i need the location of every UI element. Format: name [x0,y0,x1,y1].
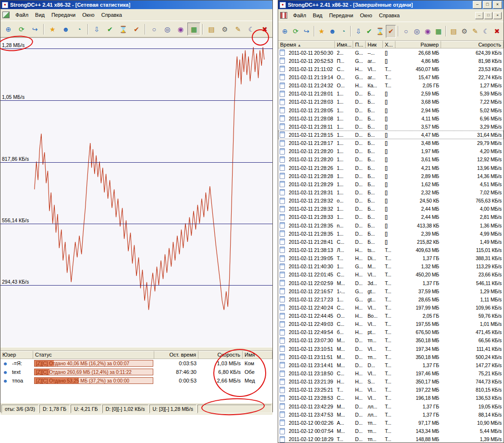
finished-downloads-button[interactable]: ✔ [364,25,375,38]
menu-item[interactable]: Файл [12,11,32,19]
transfer-row[interactable]: ☻text[Z][C] Отдано 260,69 МБ (12,4%) за … [0,368,272,376]
column-header-name[interactable]: Имя [243,351,272,359]
upload-row[interactable]: 2011-02-11 21:28:281...D...Б...[]2,89 МБ… [278,172,504,180]
column-header-size[interactable]: Размер [395,41,441,48]
close-button[interactable]: × [493,1,502,9]
upload-row[interactable]: 2011-02-11 21:28:171...D...Б...[]3,48 МБ… [278,139,504,147]
upload-row[interactable]: 2011-02-11 23:14:41М...D...D...Т...1,37 … [278,361,504,369]
favorite-users-button[interactable]: ☻ [327,25,338,38]
upload-row[interactable]: 2011-02-11 22:49:03С...Н...VI...Т...197,… [278,320,504,328]
upload-row[interactable]: 2011-02-11 23:42:29М...D...лл...Т...1,37… [278,402,504,410]
upload-row[interactable]: 2011-02-11 21:28:311...D...Б...[]2,32 МБ… [278,188,504,196]
upload-row[interactable]: 2011-02-11 23:10:51М...D...VI...Т...197,… [278,345,504,353]
upload-row[interactable]: 2011-02-11 21:28:35n...D...Б...[]413,38 … [278,221,504,229]
follow-redirect-button[interactable]: ↪ [28,23,41,36]
upload-row[interactable]: 2011-02-11 21:28:291...D...Б...[]1,62 МБ… [278,180,504,188]
upload-row[interactable]: 2011-02-11 22:02:59М...D...3d...Т...1,37… [278,279,504,287]
column-header-hub[interactable]: Х... [383,41,395,48]
upload-row[interactable]: 2011-02-11 21:24:32О...Н...Ка...Т...2,05… [278,82,504,90]
upload-row[interactable]: 2011-02-11 21:28:201...D...Б...[]1,97 МБ… [278,147,504,156]
upload-row[interactable]: 2011-02-11 21:39:05Т...Н...Di...Т...1,37… [278,254,504,263]
reconnect-button[interactable]: ⟳ [291,25,301,38]
finished-downloads-button[interactable]: ✔ [103,23,116,36]
settings-button[interactable]: ⚙ [459,25,470,38]
open-filelist-button[interactable]: ▤ [205,23,218,36]
column-header-speed[interactable]: Скорость [198,351,243,359]
network-statistics-button[interactable]: ▦ [187,23,200,36]
column-header-speed[interactable]: Скорость [441,41,504,48]
menu-item[interactable]: Окно [79,11,98,19]
upload-row[interactable]: 2011-02-11 21:19:14О...G...ar...Т...15,4… [278,73,504,81]
notepad-button[interactable]: ✎ [470,25,480,38]
upload-row[interactable]: 2011-02-11 21:28:351...D...Б...[]2,39 МБ… [278,229,504,238]
mdi-minimize-button[interactable]: – [475,12,483,19]
recent-hubs-button[interactable]: ◔ [73,23,86,36]
titlebar[interactable]: ● StrongDC++ 2.41 x86-32 - [Завершённые … [278,0,504,9]
menu-item[interactable]: Передачи [48,11,79,19]
upload-row[interactable]: 2011-02-11 22:01:45С...Н...VI...Т...450,… [278,271,504,279]
download-queue-button[interactable]: ⇩ [353,25,364,38]
upload-row[interactable]: 2011-02-11 20:50:302...G...--...[]26,68 … [278,48,504,57]
search-spy-button[interactable]: ◉ [174,23,187,36]
waiting-users-button[interactable]: ⌛ [117,23,130,36]
network-statistics-button[interactable]: ▦ [433,25,444,38]
column-header-name[interactable]: Имя... [335,41,353,48]
transfer-row[interactable]: ☻тпоа[Z][C] Отдано 53,25 МБ (37,2%) за 0… [0,376,272,385]
upload-row[interactable]: 2011-02-12 00:07:54М...D...тп...Т...143,… [278,427,504,435]
upload-row[interactable]: 2011-02-12 00:18:29Т...D...тп...Т...148,… [278,435,504,443]
favorite-hubs-button[interactable]: ★ [317,25,327,38]
upload-row[interactable]: 2011-02-11 22:44:45О...Н...Во...Т...2,05… [278,312,504,320]
shutdown-button[interactable]: ✖ [258,23,271,36]
maximize-button[interactable]: □ [483,1,492,9]
upload-row[interactable]: 2011-02-11 21:28:331...D...Б...[]2,44 МБ… [278,213,504,221]
upload-row[interactable]: 2011-02-11 21:28:32о...D...Б...[]24,50 К… [278,197,504,205]
upload-row[interactable]: 2011-02-11 21:28:111...D...Б...[]3,57 МБ… [278,122,504,131]
menu-item[interactable]: Передачи [326,12,356,19]
favorite-hubs-button[interactable]: ★ [46,23,59,36]
finished-uploads-button[interactable]: ✔ [386,25,396,38]
minimize-button[interactable]: – [473,1,482,9]
upload-row[interactable]: 2011-02-11 20:52:53П...G...ar...[]4,86 М… [278,57,504,65]
upload-row[interactable]: 2011-02-11 23:07:30М...D...тп...Т...350,… [278,336,504,345]
column-header-status[interactable]: Статус [33,351,154,359]
upload-row[interactable]: 2011-02-11 22:17:231...G...gt...Т...28,6… [278,295,504,303]
upload-row[interactable]: 2011-02-11 21:38:13Л...Н...ts...Т...409,… [278,246,504,254]
adl-search-button[interactable]: ◎ [161,23,174,36]
upload-row[interactable]: 2011-02-11 22:16:571-...G...gt...Т...37,… [278,287,504,295]
upload-row[interactable]: 2011-02-11 21:28:081...D...Б...[]4,11 МБ… [278,114,504,122]
upload-row[interactable]: 2011-02-11 22:40:24С...Н...VI...Т...197,… [278,303,504,311]
favorite-users-button[interactable]: ☻ [60,23,73,36]
public-hubs-button[interactable]: ⊕ [280,25,290,38]
away-button[interactable]: ☾ [245,23,258,36]
search-button[interactable]: ○ [401,25,411,38]
menu-item[interactable]: Справка [98,11,125,19]
upload-row[interactable]: 2011-02-11 21:40:301...G...М...Т...1,32 … [278,263,504,271]
menu-item[interactable]: Вид [309,12,326,19]
menu-item[interactable]: Вид [32,11,48,19]
shutdown-button[interactable]: ✖ [492,25,503,38]
menu-item[interactable]: Файл [290,12,309,19]
upload-row[interactable]: 2011-02-11 22:49:54б...Н...pt...Т...676,… [278,328,504,336]
upload-row[interactable]: 2011-02-11 21:28:41С...D...Б...[]215,82 … [278,238,504,246]
upload-row[interactable]: 2011-02-12 00:02:26А...D...тп...Т...97,1… [278,419,504,427]
settings-button[interactable]: ⚙ [219,23,232,36]
menu-item[interactable]: Справка [376,12,403,19]
upload-row[interactable]: 2011-02-11 23:11:51М...D...тп...Т...350,… [278,353,504,361]
notepad-button[interactable]: ✎ [232,23,245,36]
waiting-users-button[interactable]: ⌛ [375,25,385,38]
follow-redirect-button[interactable]: ↪ [301,25,312,38]
column-header-time[interactable]: Время▲ [278,41,335,48]
finished-uploads-button[interactable]: ✔ [130,23,143,36]
search-button[interactable]: ○ [148,23,160,36]
column-header-user[interactable]: Юзер [0,351,33,359]
titlebar[interactable]: ● StrongDC++ 2.41 x86-32 - [Сетевая стат… [0,0,272,9]
column-header-nick[interactable]: Ник [366,41,383,48]
upload-row[interactable]: 2011-02-11 21:28:321...D...Б...[]2,44 МБ… [278,205,504,213]
public-hubs-button[interactable]: ⊕ [2,23,15,36]
mdi-close-button[interactable]: × [493,12,502,19]
transfer-row[interactable]: ☻-=Я:[Z][C] Отдано 40,06 МБ (16,2%) за 0… [0,359,272,368]
upload-row[interactable]: 2011-02-11 21:28:031...D...Б...[]3,68 МБ… [278,98,504,106]
download-queue-button[interactable]: ⇩ [90,23,103,36]
upload-row[interactable]: 2011-02-11 23:47:53М...D...лл...Т...1,37… [278,410,504,419]
upload-row[interactable]: 2011-02-11 21:28:151...D...Б...[]4,47 МБ… [278,131,504,139]
